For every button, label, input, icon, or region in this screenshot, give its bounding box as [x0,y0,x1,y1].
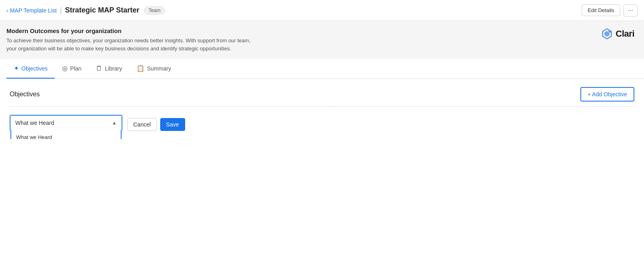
top-bar-actions: Edit Details ··· [582,4,638,17]
chevron-up-icon: ▲ [112,120,117,126]
clari-logo-icon [601,27,613,40]
dropdown-item-what-we-heard[interactable]: What we Heard [11,130,121,139]
objective-action-row: Cancel Save [127,118,185,131]
svg-marker-1 [604,31,609,37]
tab-library-label: Library [105,65,122,72]
chevron-left-icon: ‹ [6,7,8,14]
breadcrumb-link[interactable]: ‹ MAP Template List [6,7,57,14]
banner-description: To achieve their business objectives, yo… [6,37,256,52]
dropdown-header[interactable]: What we Heard ▲ [10,116,122,130]
tab-objectives[interactable]: ✦ Objectives [6,59,55,79]
library-tab-icon: 🗒 [96,65,102,72]
objectives-header: Objectives + Add Objective [10,87,634,102]
dropdown-selected-value: What we Heard [15,120,54,126]
cancel-button[interactable]: Cancel [127,118,157,131]
team-badge: Team [144,6,165,15]
tab-summary-label: Summary [147,65,171,72]
banner-heading: Modern Outcomes for your organization [6,27,256,34]
tab-objectives-label: Objectives [21,65,47,72]
tab-plan-label: Plan [70,65,81,72]
breadcrumb-separator: | [60,6,62,15]
clari-logo-text: Clari [616,29,634,39]
objectives-tab-icon: ✦ [14,64,19,72]
objective-row: What we Heard ▲ What we Heard MAP Status… [10,115,634,131]
main-content: Objectives + Add Objective What we Heard… [0,79,644,139]
banner: Modern Outcomes for your organization To… [0,21,644,59]
breadcrumb-label: MAP Template List [10,7,57,14]
edit-details-button[interactable]: Edit Details [582,4,620,16]
top-bar: ‹ MAP Template List | Strategic MAP Star… [0,0,644,21]
tab-library[interactable]: 🗒 Library [89,59,129,79]
save-button[interactable]: Save [160,118,185,131]
tab-plan[interactable]: ◎ Plan [55,59,89,79]
banner-text: Modern Outcomes for your organization To… [6,27,256,52]
objectives-section-title: Objectives [10,91,40,98]
section-divider [10,106,634,107]
clari-logo: Clari [601,27,634,40]
summary-tab-icon: 📋 [136,64,144,72]
tab-navigation: ✦ Objectives ◎ Plan 🗒 Library 📋 Summary [0,59,644,79]
add-objective-button[interactable]: + Add Objective [580,87,634,102]
objective-dropdown[interactable]: What we Heard ▲ What we Heard MAP Status… [10,115,122,131]
plan-tab-icon: ◎ [62,64,68,72]
page-title: Strategic MAP Starter [65,6,140,15]
more-options-button[interactable]: ··· [623,4,638,17]
dropdown-menu: What we Heard MAP Status Seller Notes La… [10,130,122,139]
tab-summary[interactable]: 📋 Summary [129,59,178,79]
